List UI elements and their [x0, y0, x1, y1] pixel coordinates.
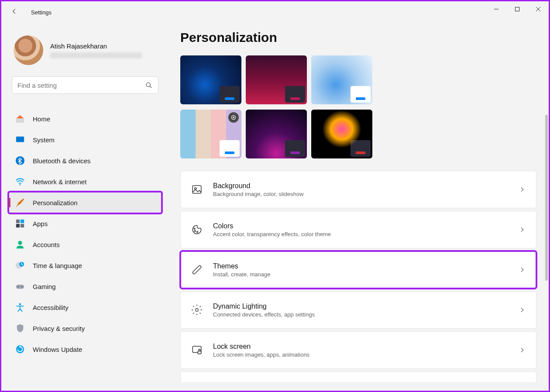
sidebar-item-privacy[interactable]: Privacy & security — [9, 318, 161, 338]
shield-icon — [15, 323, 25, 333]
sidebar-item-bluetooth[interactable]: Bluetooth & devices — [9, 151, 161, 171]
search-input-container[interactable] — [12, 76, 158, 94]
theme-tile[interactable] — [246, 110, 307, 158]
avatar — [14, 35, 43, 65]
theme-tile[interactable] — [180, 55, 241, 104]
apps-icon — [15, 219, 25, 228]
settings-item-subtitle: Install, create, manage — [213, 271, 519, 278]
app-title: Settings — [31, 9, 52, 16]
svg-rect-14 — [16, 285, 24, 289]
svg-rect-1 — [516, 7, 519, 11]
chevron-right-icon — [519, 266, 526, 273]
sidebar-item-personalization[interactable]: Personalization — [9, 193, 161, 213]
maximize-button[interactable] — [507, 1, 528, 17]
theme-tile[interactable] — [180, 110, 241, 158]
settings-item-subtitle: Connected devices, effects, app settings — [213, 311, 519, 318]
svg-rect-27 — [198, 351, 201, 354]
theme-tile[interactable] — [311, 55, 372, 104]
svg-point-23 — [194, 230, 196, 232]
chevron-right-icon — [519, 347, 526, 354]
sidebar-item-home[interactable]: Home — [9, 109, 161, 129]
chevron-right-icon — [519, 226, 526, 233]
settings-item-title: Dynamic Lighting — [213, 303, 519, 310]
sidebar-item-label: Network & internet — [33, 178, 86, 186]
settings-item-subtitle: Background image, color, slideshow — [213, 191, 519, 197]
settings-item-title: Colors — [213, 222, 519, 230]
sidebar-item-system[interactable]: System — [9, 130, 161, 150]
svg-point-2 — [146, 83, 150, 86]
svg-rect-7 — [16, 220, 20, 223]
chevron-right-icon — [519, 306, 526, 313]
settings-item-background[interactable]: Background Background image, color, slid… — [180, 171, 536, 208]
scrollbar[interactable] — [545, 115, 548, 281]
svg-point-6 — [20, 184, 21, 186]
sidebar-item-time-language[interactable]: Time & language — [9, 255, 161, 275]
svg-point-25 — [196, 309, 199, 312]
chevron-right-icon — [519, 186, 526, 193]
palette-icon — [191, 224, 203, 235]
lock-monitor-icon — [191, 344, 203, 356]
svg-rect-9 — [16, 224, 20, 227]
settings-item-subtitle: Lock screen images, apps, animations — [213, 351, 519, 358]
sidebar-item-accounts[interactable]: Accounts — [9, 234, 161, 254]
brush-icon — [191, 264, 203, 275]
theme-tile[interactable] — [311, 110, 372, 158]
settings-item-lock-screen[interactable]: Lock screen Lock screen images, apps, an… — [180, 331, 536, 369]
svg-rect-10 — [21, 224, 24, 227]
sidebar-item-label: Privacy & security — [33, 325, 85, 332]
sidebar-item-windows-update[interactable]: Windows Update — [9, 339, 161, 359]
settings-item-title: Background — [213, 182, 519, 190]
wifi-icon — [15, 177, 25, 186]
accessibility-icon — [15, 303, 25, 312]
search-input[interactable] — [17, 82, 145, 89]
sidebar-item-label: System — [33, 136, 55, 144]
svg-point-22 — [194, 228, 195, 229]
svg-point-11 — [18, 241, 22, 245]
bluetooth-icon — [15, 156, 25, 165]
svg-point-17 — [19, 303, 21, 305]
settings-item-themes[interactable]: Themes Install, create, manage — [180, 251, 536, 289]
svg-point-15 — [17, 286, 18, 287]
svg-line-3 — [150, 86, 151, 88]
sidebar-item-accessibility[interactable]: Accessibility — [9, 297, 161, 317]
sidebar-item-label: Accessibility — [33, 304, 69, 311]
settings-item-subtitle: Accent color, transparency effects, colo… — [213, 231, 519, 237]
sidebar-item-label: Gaming — [33, 283, 56, 290]
search-icon — [145, 81, 153, 89]
close-button[interactable] — [528, 1, 549, 17]
sparkle-icon — [191, 304, 203, 316]
svg-rect-4 — [16, 137, 24, 142]
spotlight-icon — [228, 112, 239, 123]
user-profile[interactable]: Atish Rajasekharan — [9, 32, 161, 76]
settings-item-dynamic-lighting[interactable]: Dynamic Lighting Connected devices, effe… — [180, 291, 536, 329]
svg-point-24 — [197, 231, 198, 233]
sidebar-item-network[interactable]: Network & internet — [9, 172, 161, 192]
home-icon — [15, 114, 25, 124]
settings-item-title: Themes — [213, 262, 519, 270]
svg-rect-8 — [21, 220, 24, 223]
sidebar-item-label: Personalization — [33, 199, 78, 206]
page-title: Personalization — [180, 30, 536, 45]
sidebar-item-gaming[interactable]: Gaming — [9, 276, 161, 296]
sidebar-item-label: Accounts — [33, 241, 60, 248]
back-button[interactable] — [10, 7, 21, 17]
sidebar-nav: Home System Bluetooth & devices Network … — [9, 109, 161, 359]
svg-point-16 — [21, 286, 22, 287]
sidebar-item-label: Windows Update — [33, 346, 82, 353]
theme-preview-grid — [180, 55, 536, 158]
paintbrush-icon — [15, 198, 25, 207]
system-icon — [15, 135, 25, 144]
user-email-blurred — [50, 52, 142, 58]
sidebar-item-apps[interactable]: Apps — [9, 213, 161, 234]
minimize-button[interactable] — [486, 1, 507, 17]
settings-item-colors[interactable]: Colors Accent color, transparency effect… — [180, 211, 536, 248]
update-icon — [15, 344, 25, 354]
person-icon — [15, 240, 25, 249]
sidebar-item-label: Time & language — [33, 262, 82, 269]
settings-item-partial[interactable] — [180, 371, 536, 382]
clock-globe-icon — [15, 261, 25, 270]
theme-tile[interactable] — [246, 55, 307, 104]
sidebar-item-label: Bluetooth & devices — [33, 157, 91, 165]
image-icon — [191, 184, 203, 195]
gamepad-icon — [15, 282, 25, 291]
